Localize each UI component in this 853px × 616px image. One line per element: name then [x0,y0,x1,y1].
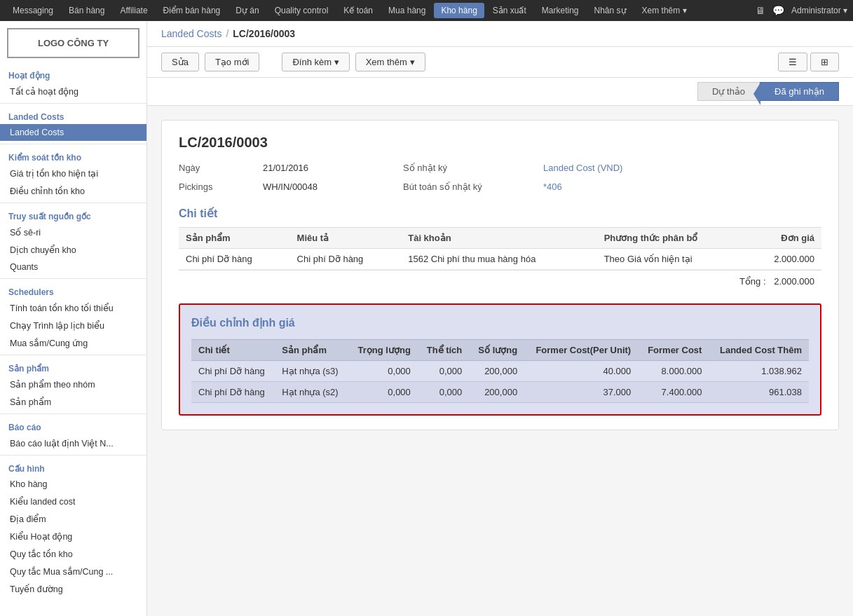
top-navigation: Messaging Bán hàng Affiliate Điểm bán hà… [0,0,853,21]
nav-item-nhan-su[interactable]: Nhân sự [587,3,634,18]
nav-item-san-xuat[interactable]: Sản xuất [486,3,533,18]
sidebar-item-san-pham[interactable]: Sản phẩm [0,393,146,411]
monitor-icon[interactable]: 🖥 [756,5,765,16]
total-label: Tổng : [739,276,766,287]
sidebar-item-san-pham-theo-nhom[interactable]: Sản phẩm theo nhóm [0,376,146,393]
status-bar: Dự thảo Đã ghi nhận [147,78,853,106]
section-title-schedulers: Schedulers [0,282,146,299]
sidebar-item-quy-tac-mua-sam[interactable]: Quy tắc Mua sắm/Cung ... [0,563,146,580]
chi-tiet-title: Chi tiết [179,207,821,220]
sidebar-item-tinh-toan-ton-kho[interactable]: Tính toán tồn kho tối thiểu [0,299,146,317]
adj-col-so-luong: Số lượng [469,340,524,361]
sidebar: LOGO CÔNG TY Hoạt động Tất cả hoạt động … [0,21,147,616]
nav-item-marketing[interactable]: Marketing [535,3,586,18]
document-title: LC/2016/0003 [179,135,821,151]
journal-entry-value[interactable]: *406 [543,179,821,194]
section-title-kiem-soat-ton-kho: Kiểm soát tồn kho [0,147,146,165]
status-draft[interactable]: Dự thảo [697,82,760,101]
chi-tiet-table: Sản phẩm Miêu tả Tài khoản Phương thức p… [179,227,821,270]
breadcrumb-parent[interactable]: Landed Costs [161,28,221,39]
adj-cell-so-luong: 200,000 [469,361,524,382]
sidebar-item-bao-cao-luat-dinh[interactable]: Báo cáo luật định Việt N... [0,434,146,452]
new-button[interactable]: Tạo mới [205,53,260,71]
adj-cell-the-tich: 0,000 [418,382,469,403]
nav-item-affiliate[interactable]: Affiliate [113,3,154,18]
cell-phuong-thuc: Theo Giá vốn hiện tại [597,249,746,270]
status-confirmed[interactable]: Đã ghi nhận [760,82,839,101]
sidebar-item-quants[interactable]: Quants [0,259,146,275]
sidebar-item-kieu-landed-cost[interactable]: Kiểu landed cost [0,493,146,510]
section-title-san-pham: Sản phẩm [0,358,146,376]
table-row: Chi phí Dỡ hàng Chi phí Dỡ hàng 1562 Chi… [179,249,821,270]
col-mieu-ta: Miêu tả [290,228,402,249]
document-fields: Ngày 21/01/2016 Số nhật ký Landed Cost (… [179,160,821,194]
sidebar-item-dich-chuyen-kho[interactable]: Dịch chuyển kho [0,241,146,259]
chat-icon[interactable]: 💬 [772,5,784,16]
admin-menu[interactable]: Administrator ▾ [791,6,847,15]
adj-cell-former-per-unit: 37.000 [524,382,638,403]
sidebar-item-kho-hang[interactable]: Kho hàng [0,476,146,493]
nav-item-du-an[interactable]: Dự án [228,3,266,18]
nav-item-messaging[interactable]: Messaging [6,3,60,18]
pickings-value: WH/IN/00048 [263,179,403,194]
pickings-label: Pickings [179,179,263,194]
adj-cell-trong-luong: 0,000 [348,382,418,403]
date-label: Ngày [179,160,263,175]
date-value: 21/01/2016 [263,160,403,175]
nav-item-xem-them[interactable]: Xem thêm ▾ [635,3,694,18]
sidebar-item-dia-diem[interactable]: Địa điểm [0,510,146,528]
nav-item-ke-toan[interactable]: Kế toán [336,3,380,18]
journal-entry-label: Bút toán số nhật ký [403,179,543,194]
toolbar-right: ☰ ⊞ [778,53,839,71]
adj-col-trong-luong: Trọng lượng [348,340,418,361]
col-san-pham: Sản phẩm [179,228,290,249]
nav-item-quality-control[interactable]: Quality control [268,3,336,18]
sidebar-item-so-se-ri[interactable]: Số sê-ri [0,224,146,241]
cell-san-pham: Chi phí Dỡ hàng [179,249,290,270]
adj-col-chi-tiet: Chi tiết [191,340,275,361]
sidebar-item-tuyen-duong[interactable]: Tuyến đường [0,580,146,598]
nav-item-ban-hang[interactable]: Bán hàng [62,3,111,18]
more-button[interactable]: Xem thêm ▾ [355,53,425,71]
sidebar-item-chay-trinh[interactable]: Chạy Trình lập lịch biểu [0,317,146,334]
cell-tai-khoan: 1562 Chi phí thu mua hàng hóa [401,249,596,270]
adj-cell-former-cost: 7.400.000 [638,382,709,403]
adj-cell-trong-luong: 0,000 [348,361,418,382]
sidebar-item-quy-tac-ton-kho[interactable]: Quy tắc tồn kho [0,545,146,563]
col-don-gia: Đơn giá [746,228,821,249]
total-value: 2.000.000 [774,276,814,287]
edit-button[interactable]: Sửa [161,53,199,71]
adj-cell-former-cost: 8.000.000 [638,361,709,382]
adj-cell-san-pham: Hạt nhựa (s2) [275,382,348,403]
sidebar-item-landed-costs[interactable]: Landed Costs [0,124,146,141]
sidebar-item-kieu-hoat-dong[interactable]: Kiểu Hoạt động [0,528,146,545]
sidebar-item-tat-ca-hoat-dong[interactable]: Tất cả hoạt động [0,83,146,100]
list-view-button[interactable]: ☰ [778,53,807,71]
main-content: Landed Costs / LC/2016/0003 Sửa Tạo mới … [147,21,853,616]
nav-item-kho-hang[interactable]: Kho hàng [434,3,484,18]
top-nav-right: 🖥 💬 Administrator ▾ [756,5,847,16]
adj-cell-san-pham: Hạt nhựa (s3) [275,361,348,382]
journal-value[interactable]: Landed Cost (VND) [543,160,821,175]
document-card: LC/2016/0003 Ngày 21/01/2016 Số nhật ký … [161,120,839,430]
adjustment-section: Điều chỉnh định giá Chi tiết Sản phẩm Tr… [179,303,821,416]
adj-col-the-tich: Thể tích [418,340,469,361]
adj-col-san-pham: Sản phẩm [275,340,348,361]
section-title-cau-hinh: Cấu hình [0,458,146,476]
adj-cell-so-luong: 200,000 [469,382,524,403]
col-tai-khoan: Tài khoản [401,228,596,249]
pickings-badge[interactable]: WH/IN/00048 [263,182,318,192]
grid-view-button[interactable]: ⊞ [810,53,839,71]
section-title-truy-suat: Truy suất nguồn gốc [0,206,146,224]
sidebar-item-gia-tri-ton-kho[interactable]: Giá trị tồn kho hiện tại [0,165,146,182]
nav-item-mua-hang[interactable]: Mua hàng [381,3,432,18]
adj-cell-chi-tiet: Chi phí Dỡ hàng [191,361,275,382]
attach-button[interactable]: Đính kèm ▾ [282,53,349,71]
sidebar-item-mua-sam-cung-ung[interactable]: Mua sắm/Cung ứng [0,334,146,352]
nav-item-diem-ban-hang[interactable]: Điểm bán hàng [156,3,228,18]
sidebar-item-dieu-chinh-ton-kho[interactable]: Điều chỉnh tồn kho [0,182,146,200]
breadcrumb: Landed Costs / LC/2016/0003 [147,21,853,47]
adj-cell-landed-cost: 1.038.962 [709,361,809,382]
adj-cell-chi-tiet: Chi phí Dỡ hàng [191,382,275,403]
breadcrumb-separator: / [226,28,228,39]
